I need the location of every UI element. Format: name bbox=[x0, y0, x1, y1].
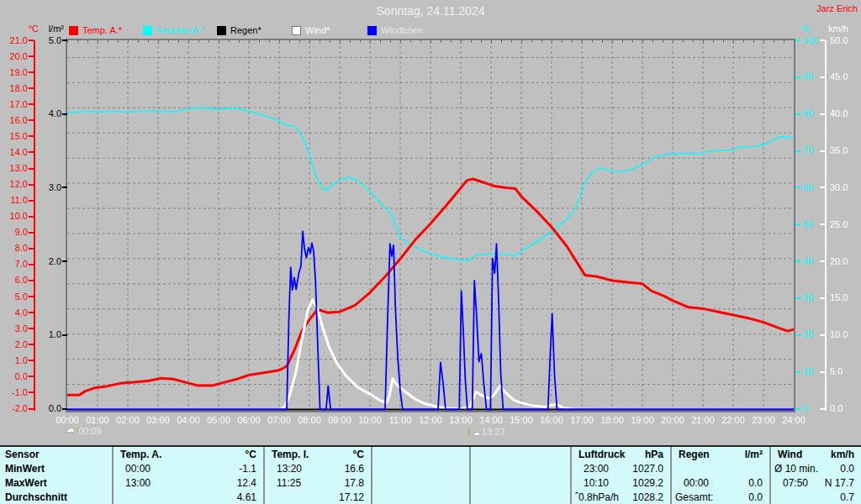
table-row: 13:2016.6 bbox=[265, 462, 371, 476]
table-cell: Gesamt: bbox=[672, 491, 713, 504]
minor-tick bbox=[229, 40, 230, 43]
minor-tick bbox=[178, 40, 179, 43]
station-owner: Jarz Erich bbox=[816, 3, 858, 13]
y-axis-tick bbox=[795, 334, 800, 336]
x-axis-label: 12:00 bbox=[414, 415, 447, 425]
moonset-time: 13:27 bbox=[482, 427, 505, 437]
y-axis-tick bbox=[62, 408, 67, 410]
table-row: 07:50N 17.7 bbox=[771, 476, 861, 491]
y-axis-label: 11.0 bbox=[2, 195, 28, 206]
y-axis-label: 1.0 bbox=[2, 355, 28, 366]
legend-swatch bbox=[143, 26, 152, 35]
table-column-header: Windkm/h bbox=[771, 448, 861, 462]
minor-tick bbox=[562, 40, 563, 43]
minor-tick bbox=[703, 40, 704, 43]
minor-tick bbox=[138, 40, 139, 43]
legend-item: Feuchte A.* bbox=[143, 25, 204, 36]
table-cell bbox=[372, 462, 384, 476]
x-axis-label: 03:00 bbox=[141, 415, 175, 425]
table-cell: 0.7 bbox=[840, 491, 861, 504]
legend-label: Temp. A.* bbox=[82, 25, 122, 35]
table-cell bbox=[372, 491, 384, 504]
humidity-axis-unit: % bbox=[801, 24, 820, 34]
x-axis-label: 21:00 bbox=[686, 415, 720, 425]
table-header-cell: km/h bbox=[831, 448, 861, 462]
table-cell bbox=[462, 491, 469, 504]
legend-swatch bbox=[292, 26, 301, 35]
table-cell bbox=[471, 491, 483, 504]
minor-tick bbox=[451, 40, 452, 43]
minor-tick bbox=[420, 40, 421, 43]
table-header-cell: Wind bbox=[771, 448, 802, 462]
table-cell: ˆ0.8hPa/h bbox=[572, 491, 619, 504]
table-row bbox=[471, 462, 570, 476]
minor-tick bbox=[743, 40, 744, 43]
table-header-cell: l/m² bbox=[745, 448, 769, 462]
table-header-cell bbox=[462, 448, 469, 462]
table-header-cell bbox=[563, 448, 570, 462]
y-axis-label: 20.0 bbox=[830, 256, 857, 267]
table-cell bbox=[265, 491, 277, 504]
x-axis-label: 06:00 bbox=[232, 415, 266, 425]
legend-item: Regen* bbox=[217, 25, 261, 36]
y-axis-label: 13.0 bbox=[2, 163, 28, 174]
y-axis-line bbox=[825, 40, 827, 411]
x-axis-label: 24:00 bbox=[777, 415, 811, 425]
table-cell bbox=[114, 491, 125, 504]
table-header-cell: °C bbox=[353, 448, 371, 462]
legend-label: Windböen bbox=[381, 25, 423, 35]
x-axis-label: 08:00 bbox=[293, 415, 326, 425]
table-cell bbox=[563, 476, 570, 491]
minor-tick bbox=[521, 40, 522, 43]
table-cell: 1028.2 bbox=[632, 491, 670, 504]
x-axis-label: 20:00 bbox=[656, 415, 689, 425]
table-row bbox=[372, 462, 469, 476]
y-axis-label: 45.0 bbox=[830, 71, 857, 82]
table-row-label: MinWert bbox=[0, 462, 112, 476]
y-axis-label: 19.0 bbox=[2, 67, 28, 78]
x-axis-label: 13:00 bbox=[444, 415, 478, 425]
x-axis-label: 15:00 bbox=[504, 415, 538, 425]
y-axis-label: 7.0 bbox=[2, 259, 28, 270]
y-axis-label: 6.0 bbox=[2, 275, 28, 286]
minor-tick bbox=[87, 40, 88, 43]
x-axis-label: 10:00 bbox=[353, 415, 387, 425]
y-axis-label: 20.0 bbox=[2, 51, 28, 62]
legend-label: Wind* bbox=[305, 25, 330, 35]
minor-tick bbox=[128, 40, 129, 43]
minor-tick bbox=[168, 40, 169, 43]
table-cell bbox=[471, 476, 483, 491]
y-axis-label: -1.0 bbox=[2, 387, 28, 398]
y-axis-tick bbox=[795, 408, 800, 410]
table-cell bbox=[372, 476, 384, 491]
table-cell: 23:00 bbox=[572, 462, 609, 476]
table-row: 00:000.0 bbox=[672, 476, 769, 491]
table-cell: Ø 10 min. bbox=[771, 462, 818, 476]
y-axis-label: 5.0 bbox=[2, 291, 28, 302]
minor-tick bbox=[642, 40, 643, 43]
minor-tick bbox=[673, 40, 673, 43]
legend-label: Feuchte A.* bbox=[156, 25, 204, 35]
y-axis-label: 4.0 bbox=[39, 108, 61, 119]
minor-tick bbox=[67, 40, 68, 43]
legend-item: Temp. A.* bbox=[69, 25, 122, 36]
x-axis-label: 02:00 bbox=[111, 415, 145, 425]
table-cell: 12.4 bbox=[237, 476, 263, 491]
minor-tick bbox=[219, 40, 219, 43]
x-axis-label: 07:00 bbox=[262, 415, 296, 425]
y-axis-label: 14.0 bbox=[2, 147, 28, 158]
legend-label: Regen* bbox=[230, 25, 261, 35]
y-axis-label: 3.0 bbox=[39, 182, 61, 193]
table-row: 13:0012.4 bbox=[114, 476, 263, 491]
table-column: Regenl/m²00:000.0Gesamt:0.0 bbox=[670, 447, 769, 504]
table-row bbox=[672, 462, 769, 476]
y-axis-tick bbox=[795, 297, 800, 299]
table-row-label: Sensor bbox=[0, 448, 112, 462]
table-cell: 07:50 bbox=[771, 476, 808, 491]
legend-item: Wind* bbox=[292, 25, 330, 36]
x-axis-label: 17:00 bbox=[565, 415, 599, 425]
x-axis-label: 11:00 bbox=[383, 415, 417, 425]
minor-tick bbox=[360, 40, 361, 43]
y-axis-label: 3.0 bbox=[2, 323, 28, 334]
y-axis-label: -2.0 bbox=[2, 403, 28, 414]
